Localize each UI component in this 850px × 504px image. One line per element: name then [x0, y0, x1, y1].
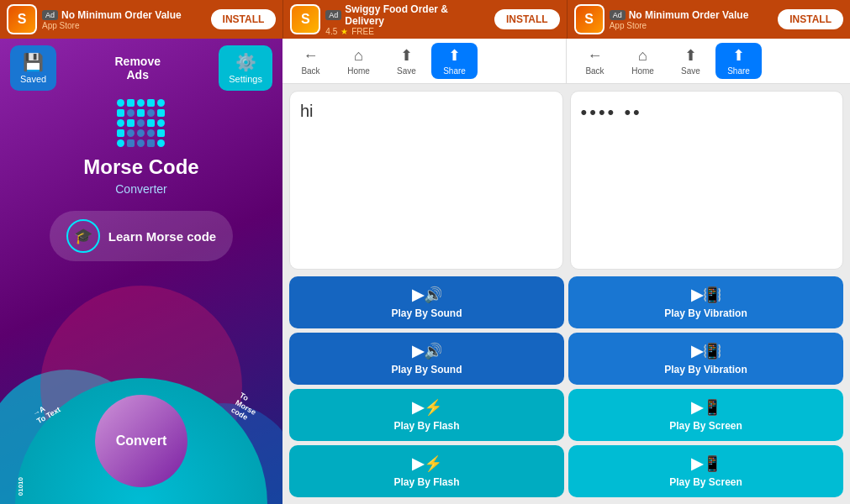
ad-3-icon: S — [574, 4, 605, 34]
ad-2-stars: ★ — [341, 27, 348, 36]
gear-icon: ⚙️ — [235, 52, 256, 72]
ad-2-install-button[interactable]: INSTALL — [494, 9, 560, 29]
ad-1-badge: Ad — [42, 10, 58, 20]
settings-button[interactable]: ⚙️ Settings — [219, 45, 272, 91]
convert-label: Convert — [116, 433, 166, 449]
left-play-screen-button[interactable]: ▶📱 Play By Screen — [568, 389, 843, 441]
app-subtitle: Converter — [115, 182, 166, 196]
left-back-icon: ← — [304, 47, 319, 65]
ad-2-badge: Ad — [325, 10, 341, 20]
left-play-vibration-button[interactable]: ▶📳 Play By Vibration — [568, 276, 843, 328]
ad-2-free: FREE — [351, 27, 374, 36]
right-area: ← Back ⌂ Home ⬆ Save ⬆ Share — [282, 39, 850, 504]
right-play-screen-button[interactable]: ▶📱 Play By Screen — [568, 445, 843, 497]
left-nav-home[interactable]: ⌂ Home — [335, 44, 382, 79]
ad-2-title: Swiggy Food Order & Delivery — [345, 3, 489, 27]
right-screen-icon: ▶📱 — [691, 454, 721, 473]
ad-1-icon: S — [7, 4, 37, 34]
right-share-icon: ⬆ — [732, 46, 745, 65]
vibration-icon: ▶📳 — [691, 286, 721, 304]
ad-1-text: Ad No Minimum Order Value App Store — [42, 9, 206, 30]
convert-button[interactable]: Convert — [95, 395, 187, 487]
left-save-icon: ⬆ — [400, 46, 413, 65]
ad-1-install-button[interactable]: INSTALL — [211, 9, 277, 29]
ad-3-text: Ad No Minimum Order Value App Store — [610, 9, 773, 30]
input-text-panel[interactable]: hi — [289, 91, 563, 270]
ad-1: S Ad No Minimum Order Value App Store IN… — [0, 0, 283, 39]
sidebar-top-bar: 💾 Saved RemoveAds ⚙️ Settings — [10, 45, 272, 91]
right-nav-back[interactable]: ← Back — [572, 44, 618, 79]
right-play-vibration-label: Play By Vibration — [664, 364, 747, 375]
saved-button[interactable]: 💾 Saved — [10, 45, 56, 91]
ads-bar: S Ad No Minimum Order Value App Store IN… — [0, 0, 850, 39]
left-nav-save[interactable]: ⬆ Save — [383, 43, 430, 79]
ad-3-title: No Minimum Order Value — [629, 9, 749, 21]
ad-2-text: Ad Swiggy Food Order & Delivery 4.5 ★ FR… — [325, 3, 489, 36]
right-play-screen-label: Play By Screen — [669, 476, 742, 488]
right-nav-home[interactable]: ⌂ Home — [620, 44, 666, 79]
text-panels-row: hi •••• •• — [282, 84, 850, 276]
app-title: Morse Code — [83, 155, 198, 179]
ad-1-sub: App Store — [42, 21, 206, 30]
left-nav-share[interactable]: ⬆ Share — [431, 43, 478, 79]
ad-2-icon: S — [290, 4, 320, 34]
learn-morse-button[interactable]: 🎓 Learn Morse code — [50, 211, 233, 261]
morse-logo: Morse Code Converter — [83, 99, 198, 196]
learn-label: Learn Morse code — [108, 229, 216, 244]
right-nav-save[interactable]: ⬆ Save — [668, 43, 714, 79]
ad-3-install-button[interactable]: INSTALL — [778, 9, 843, 29]
ad-3: S Ad No Minimum Order Value App Store IN… — [568, 0, 850, 39]
left-nav-bar: ← Back ⌂ Home ⬆ Save ⬆ Share — [282, 39, 567, 83]
right-vibration-icon: ▶📳 — [691, 342, 721, 360]
right-sound-icon: ▶🔊 — [412, 342, 442, 360]
binary-label: 01010 — [17, 477, 24, 496]
input-text: hi — [300, 102, 314, 120]
convert-wheel: →ATo Text ToMorsecode 01010 Convert — [0, 353, 282, 504]
left-share-icon: ⬆ — [448, 46, 461, 65]
flash-icon: ▶⚡ — [412, 398, 442, 417]
left-play-flash-label: Play By Flash — [393, 420, 459, 432]
right-play-sound-label: Play By Sound — [391, 364, 462, 375]
right-nav-share[interactable]: ⬆ Share — [715, 43, 762, 79]
save-icon: 💾 — [23, 52, 44, 72]
saved-label: Saved — [20, 74, 46, 84]
left-play-sound-button[interactable]: ▶🔊 Play By Sound — [289, 276, 564, 328]
sidebar: 💾 Saved RemoveAds ⚙️ Settings — [0, 39, 282, 504]
left-play-flash-button[interactable]: ▶⚡ Play By Flash — [289, 389, 564, 441]
ad-2-rating: 4.5 — [325, 27, 337, 36]
left-nav-back[interactable]: ← Back — [288, 44, 334, 79]
right-play-vibration-button[interactable]: ▶📳 Play By Vibration — [568, 333, 843, 385]
output-text: •••• •• — [581, 102, 642, 123]
left-play-sound-label: Play By Sound — [391, 307, 462, 319]
right-flash-icon: ▶⚡ — [412, 454, 442, 473]
remove-ads-label: RemoveAds — [114, 55, 160, 81]
ad-3-badge: Ad — [610, 10, 626, 20]
ad-3-sub: App Store — [610, 21, 773, 30]
ad-1-title: No Minimum Order Value — [61, 9, 182, 21]
right-play-sound-button[interactable]: ▶🔊 Play By Sound — [289, 333, 564, 385]
output-text-panel: •••• •• — [570, 91, 844, 270]
sound-icon: ▶🔊 — [412, 286, 442, 304]
left-play-vibration-label: Play By Vibration — [664, 307, 747, 319]
left-home-icon: ⌂ — [354, 47, 363, 65]
screen-icon: ▶📱 — [691, 398, 721, 417]
learn-icon: 🎓 — [66, 219, 100, 253]
right-save-icon: ⬆ — [684, 46, 697, 65]
right-nav-bar: ← Back ⌂ Home ⬆ Save ⬆ Share — [567, 39, 850, 83]
ad-2: S Ad Swiggy Food Order & Delivery 4.5 ★ … — [283, 0, 567, 39]
right-play-flash-label: Play By Flash — [393, 476, 459, 488]
remove-ads-button[interactable]: RemoveAds — [114, 45, 160, 91]
nav-bars-row: ← Back ⌂ Home ⬆ Save ⬆ Share — [282, 39, 850, 84]
right-play-flash-button[interactable]: ▶⚡ Play By Flash — [289, 445, 564, 497]
action-buttons-grid: ▶🔊 Play By Sound ▶📳 Play By Vibration ▶🔊… — [282, 276, 850, 504]
settings-label: Settings — [229, 74, 262, 84]
right-back-icon: ← — [588, 47, 603, 65]
right-home-icon: ⌂ — [638, 47, 647, 65]
left-play-screen-label: Play By Screen — [669, 420, 742, 432]
